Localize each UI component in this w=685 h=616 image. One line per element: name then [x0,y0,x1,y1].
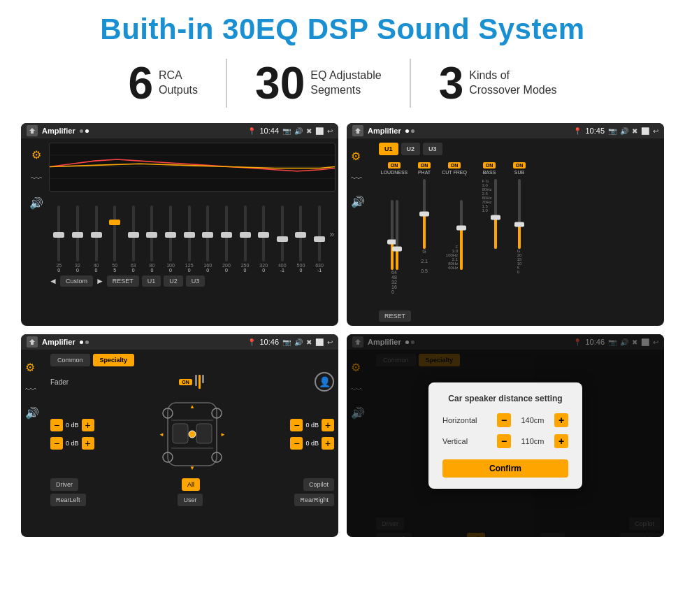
stat-number-6: 6 [128,61,153,106]
u3-button[interactable]: U3 [186,275,206,287]
fl-db-control: − 0 dB + [50,419,94,431]
rearright-button[interactable]: RearRight [294,494,334,506]
loudness-slider-2[interactable] [396,200,398,270]
horizontal-value: 140cm [515,416,550,424]
rr-db-value: 0 dB [305,440,319,447]
stat-number-3: 3 [439,61,464,106]
fader-header: Fader ON 👤 [50,372,334,392]
u3-preset-button[interactable]: U3 [423,143,442,155]
fl-minus-button[interactable]: − [50,419,63,431]
dot [80,129,83,133]
cutfreq-scale: F3.0100Hz2.180Hz60Hz [446,245,458,270]
phat-slider[interactable] [423,179,426,249]
more-bands-arrow[interactable]: » [329,229,334,239]
crossover-wave-icon[interactable]: 〰 [351,173,376,185]
channel-controls: ON LOUDNESS 644832160 [379,162,660,305]
fr-db-control: − 0 dB + [290,419,334,431]
fader-toggle-row: ON [179,375,204,389]
bass-slider[interactable] [494,179,497,249]
eq-band-7: 125 0 [180,206,198,273]
loudness-scale: 644832160 [391,270,397,294]
play-button[interactable]: ► [96,276,104,286]
u1-button[interactable]: U1 [142,275,161,287]
crossover-filter-icon[interactable]: ⚙ [351,150,376,163]
rr-minus-button[interactable]: − [290,437,303,450]
fl-plus-button[interactable]: + [82,419,94,431]
eq-filter-icon[interactable]: ⚙ [31,148,41,162]
car-left-controls: − 0 dB + − 0 dB + [50,396,334,473]
bass-toggle[interactable]: ON [483,162,496,169]
cutfreq-label: CUT FREQ [442,170,467,175]
fader-wave-icon[interactable]: 〰 [25,384,50,396]
eq-bands: 25 0 32 0 40 0 [49,196,336,273]
crossover-reset-button[interactable]: RESET [379,310,411,322]
eq-speaker-icon[interactable]: 🔊 [29,196,43,210]
phat-toggle[interactable]: ON [418,162,431,169]
u2-preset-button[interactable]: U2 [401,143,421,155]
prev-preset-button[interactable]: ◄ [49,276,57,286]
crossover-content: ⚙ 〰 🔊 U1 U2 U3 ON [347,138,664,326]
loudness-slider-1[interactable] [391,200,394,270]
sub-label: SUB [514,170,524,175]
eq-band-0: 25 0 [50,206,68,273]
bass-scale-f: F G3.090Hz2.580Hz70Hz1.51.0 [482,179,491,249]
loudness-toggle[interactable]: ON [388,162,401,169]
home-icon-2[interactable] [352,125,363,136]
copilot-button[interactable]: Copilot [303,478,334,491]
cutfreq-slider[interactable] [460,200,463,270]
eq-controls: ◄ Custom ► RESET U1 U2 U3 [49,273,336,289]
driver-button[interactable]: Driver [50,478,78,491]
svg-point-8 [189,431,196,438]
status-bar-2: Amplifier 📍 10:45 📷🔊✖⬜↩ [347,123,664,138]
profile-icon[interactable]: 👤 [315,372,334,392]
custom-preset-button[interactable]: Custom [60,275,93,287]
status-right-1: 📍 10:44 📷🔊✖⬜↩ [247,127,333,135]
fader-toggle[interactable]: ON [179,379,192,385]
eq-band-14: 630 -1 [311,206,329,273]
dot [405,129,409,133]
user-button[interactable]: User [178,494,202,506]
fader-sidebar: ⚙ 〰 🔊 [25,354,50,533]
home-icon-3[interactable] [27,336,38,348]
app-name-3: Amplifier [42,338,75,346]
horizontal-row: Horizontal − 140cm + [442,413,568,427]
dialog-box: Car speaker distance setting Horizontal … [428,382,582,489]
vertical-label: Vertical [442,437,468,445]
fader-bottom-btns-2: RearLeft User RearRight [50,494,334,506]
reset-button[interactable]: RESET [107,275,139,287]
fader-speaker-icon[interactable]: 🔊 [25,406,50,420]
vertical-plus-button[interactable]: + [554,434,568,448]
rl-plus-button[interactable]: + [82,437,94,450]
preset-buttons: U1 U2 U3 [379,143,660,155]
status-right-3: 📍 10:46 📷🔊✖⬜↩ [247,338,333,346]
status-time-2: 10:45 [585,127,605,135]
fr-db-value: 0 dB [305,422,319,429]
horizontal-minus-button[interactable]: − [497,413,511,427]
crossover-speaker-icon[interactable]: 🔊 [351,195,376,208]
fr-plus-button[interactable]: + [322,419,334,431]
vertical-minus-button[interactable]: − [497,434,511,448]
fr-minus-button[interactable]: − [290,419,303,431]
screen-crossover: Amplifier 📍 10:45 📷🔊✖⬜↩ ⚙ 〰 🔊 [347,123,664,326]
rearleft-button[interactable]: RearLeft [50,494,86,506]
rl-minus-button[interactable]: − [50,437,63,450]
all-button[interactable]: All [182,478,200,491]
fader-filter-icon[interactable]: ⚙ [25,361,50,374]
rr-plus-button[interactable]: + [322,437,334,450]
confirm-button[interactable]: Confirm [442,459,568,478]
eq-wave-icon[interactable]: 〰 [31,173,42,185]
specialty-tab[interactable]: Specialty [93,354,135,366]
eq-content: ⚙ 〰 🔊 [21,138,338,326]
eq-band-13: 500 0 [292,206,310,273]
common-tab[interactable]: Common [50,354,90,366]
u2-button[interactable]: U2 [164,275,183,287]
home-icon-1[interactable] [27,125,38,136]
sub-slider[interactable] [518,179,521,249]
sub-toggle[interactable]: ON [513,162,526,169]
u1-preset-button[interactable]: U1 [379,143,398,155]
cutfreq-toggle[interactable]: ON [448,162,461,169]
loudness-label: LOUDNESS [381,170,408,175]
bass-channel: ON BASS F G3.090Hz2.580Hz70Hz1.51.0 [474,162,505,305]
status-left-3: Amplifier [27,336,89,348]
horizontal-plus-button[interactable]: + [554,413,568,427]
